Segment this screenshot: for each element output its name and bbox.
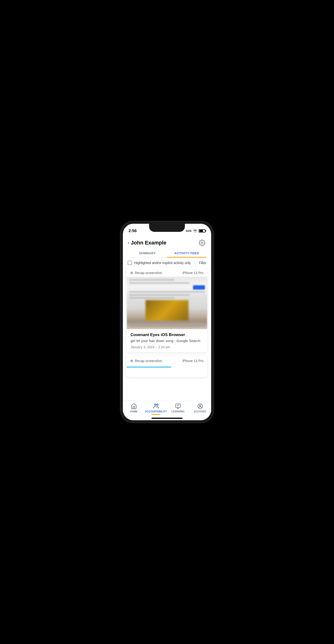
ss-line [129,291,205,293]
ss-line [129,282,190,284]
ss-line [129,279,175,281]
status-time: 2:56 [128,228,137,233]
filter-right: Filter [193,260,206,265]
card-1-type: Recap screenshot [130,271,162,275]
ss-blue-btn [193,285,205,290]
ss-line [129,294,190,296]
accountability-icon [153,403,159,410]
home-bar [152,418,182,419]
ss-line [129,325,205,327]
card-2-bottom-space [127,368,207,377]
card-2-device: iPhone 13 Pro [182,359,204,363]
filter-left: Highlighted and/or explicit activity onl… [128,261,191,265]
activity-card-1[interactable]: Recap screenshot iPhone 13 Pro [127,268,207,352]
card-1-body: Covenant Eyes iOS Browser girl let your … [127,329,207,352]
card-1-header: Recap screenshot iPhone 13 Pro [127,268,207,277]
accountability-tab-label: ACCOUNTABILITY [145,410,167,413]
card-1-dot [130,272,133,274]
svg-point-4 [200,405,201,407]
card-2-type: Recap screenshot [130,359,162,363]
svg-point-1 [157,404,158,406]
bottom-tab-bar: HOME ACCOUNTABILITY [123,401,211,420]
card-2-header: Recap screenshot iPhone 13 Pro [127,356,207,365]
screenshot-content [127,277,207,329]
ss-line [129,322,190,324]
tab-activity-feed[interactable]: ACTIVITY FEED [167,249,206,257]
header-left: ‹ John Example [128,240,166,246]
battery-icon [199,229,206,232]
account-icon [197,403,204,410]
filter-row: Highlighted and/or explicit activity onl… [123,258,211,268]
account-tab-label: ACCOUNT [194,410,206,413]
screenshot-blur [127,277,207,329]
tab-summary[interactable]: SUMMARY [128,249,167,257]
back-button[interactable]: ‹ [128,240,129,246]
learning-icon [175,403,181,410]
bottom-tab-account[interactable]: ACCOUNT [189,403,211,413]
activity-feed-list: Recap screenshot iPhone 13 Pro [123,268,211,420]
card-1-device: iPhone 13 Pro [182,271,204,275]
svg-point-0 [154,404,156,406]
home-tab-label: HOME [130,410,138,413]
bottom-tab-accountability[interactable]: ACCOUNTABILITY [145,403,167,415]
activity-card-2[interactable]: Recap screenshot iPhone 13 Pro [127,356,207,377]
highlighted-checkbox[interactable] [128,261,132,265]
bottom-tab-home[interactable]: HOME [123,403,145,413]
status-right: SOS [186,229,206,232]
screen-content: ‹ John Example SUMMARY ACTIVITY FEED [123,236,211,420]
settings-button[interactable] [198,238,206,247]
page-header: ‹ John Example [123,236,211,249]
ss-image-block [146,300,188,320]
card-2-dot [130,360,133,362]
gear-icon [199,240,206,246]
home-icon [130,403,137,410]
tab-bar: SUMMARY ACTIVITY FEED [128,249,206,258]
learning-tab-label: LEARNING [172,410,185,413]
notch [149,224,185,232]
power-button[interactable] [213,262,214,278]
ss-line [129,297,175,299]
card-1-screenshot [127,277,207,329]
phone-frame: 2:56 SOS ‹ John Example [120,221,214,423]
accountability-tab-indicator [152,414,160,415]
sos-badge: SOS [186,230,192,232]
page-title: John Example [131,240,166,246]
filter-button[interactable]: Filter [199,261,206,265]
filter-divider [195,260,195,265]
wifi-icon [193,229,197,232]
card-1-app-name: Covenant Eyes iOS Browser [130,332,204,337]
volume-up-button[interactable] [120,255,121,264]
bottom-tab-learning[interactable]: LEARNING [167,403,189,413]
card-1-description: girl let your hair down song - Google Se… [130,338,204,343]
filter-text: Highlighted and/or explicit activity onl… [134,261,191,265]
card-1-timestamp: January 3, 2024 – 2:24 pm [130,345,204,349]
battery-fill [200,230,203,232]
volume-down-button[interactable] [120,267,121,276]
